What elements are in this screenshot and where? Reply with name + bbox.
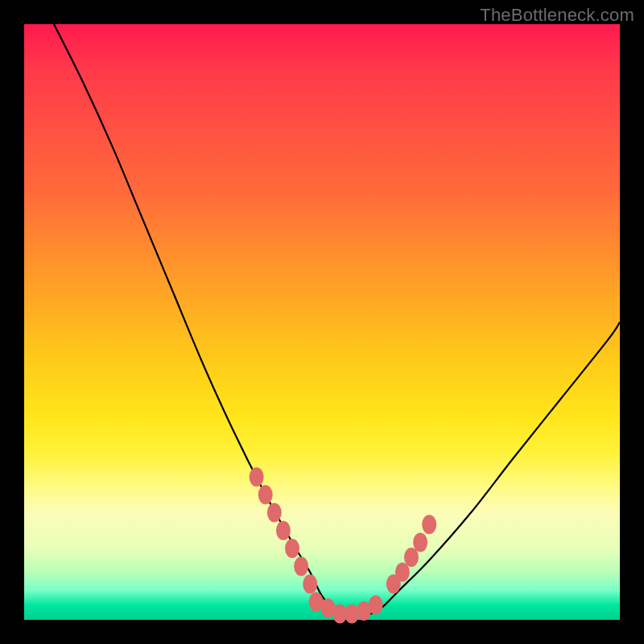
v-curve [54,24,620,615]
marker-left [267,503,282,522]
curve-svg [24,24,620,620]
marker-group [250,467,437,623]
marker-left [276,521,291,540]
bottleneck-curve-path [54,24,620,615]
marker-left [285,539,299,558]
marker-left [258,485,273,505]
watermark-text: TheBottleneck.com [480,5,634,26]
marker-right [413,533,427,552]
marker-left [294,556,308,576]
marker-left [250,467,264,486]
plot-area [24,24,620,620]
marker-right [422,515,436,535]
outer-frame: TheBottleneck.com [0,0,644,644]
marker-bottom [369,596,383,615]
marker-left [303,575,317,594]
